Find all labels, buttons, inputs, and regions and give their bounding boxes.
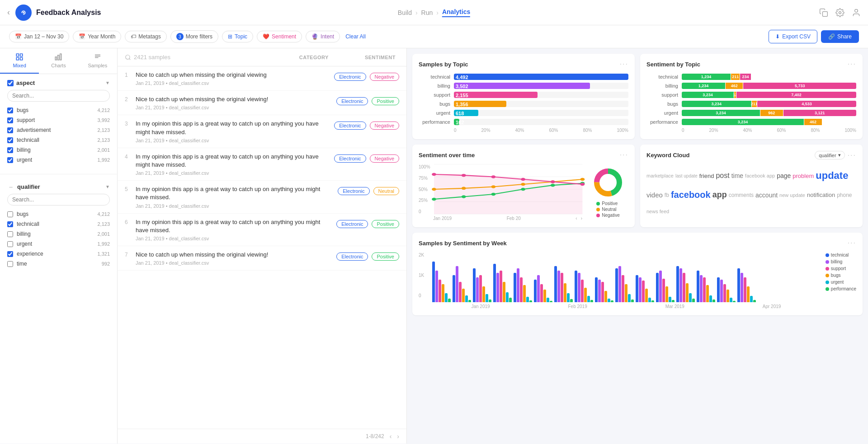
urgent-qualifier-check[interactable] (7, 241, 13, 247)
kw-facebook-app[interactable]: facebook app (745, 173, 775, 178)
kw-facebook[interactable]: facebook (671, 190, 711, 200)
billing-aspect-check[interactable] (7, 147, 13, 153)
settings-icon[interactable] (835, 8, 844, 17)
copy-icon[interactable] (819, 8, 828, 17)
date-range-filter[interactable]: 📅 Jan 12 – Nov 30 (9, 31, 69, 42)
technicall-qualifier-check[interactable] (7, 221, 13, 227)
table-row[interactable]: 6 In my opinion this app is a great way … (118, 214, 406, 246)
aspect-section: aspect ▼ bugs 4,212 support 3,992 advert… (0, 74, 117, 170)
sample-number: 2 (125, 95, 132, 103)
sample-badges: Electronic Neutral (338, 185, 399, 195)
svg-point-22 (550, 184, 555, 187)
tab-charts[interactable]: Charts (39, 48, 78, 74)
kw-account[interactable]: account (755, 192, 778, 199)
sentiment-by-topic-more[interactable]: ··· (848, 60, 856, 68)
kw-friend[interactable]: friend (699, 173, 714, 179)
week-bar-group (432, 262, 451, 302)
table-row[interactable]: 7 Nice to catch up when missing the orig… (118, 246, 406, 271)
metatags-filter[interactable]: 🏷 Metatags (125, 31, 166, 42)
week-bar (631, 299, 634, 302)
table-row[interactable]: 1 Nice to catch up when missing the orig… (118, 66, 406, 91)
week-bar (747, 286, 750, 302)
table-row[interactable]: 2 Nice to catch up when missing the orig… (118, 91, 406, 115)
urgent-aspect-check[interactable] (7, 157, 13, 163)
bugs-qualifier-check[interactable] (7, 211, 13, 217)
qualifier-chevron[interactable]: ▼ (105, 184, 110, 189)
table-row[interactable]: 3 In my opinion this app is a great way … (118, 115, 406, 148)
sentiment-filter[interactable]: ❤️ Sentiment (257, 31, 302, 42)
qualifier-collapse[interactable]: – (7, 183, 14, 190)
svg-point-39 (601, 175, 615, 190)
tag-icon: 🏷 (131, 33, 136, 40)
svg-point-34 (550, 180, 555, 183)
svg-point-18 (432, 198, 436, 201)
kw-news-feed[interactable]: news feed (646, 209, 669, 214)
next-chart[interactable]: › (581, 216, 582, 221)
clear-all-button[interactable]: Clear All (345, 33, 366, 40)
bugs-aspect-check[interactable] (7, 107, 13, 113)
aspect-search[interactable] (7, 90, 110, 102)
week-bar-group (575, 271, 593, 302)
prev-page-button[interactable]: ‹ (390, 433, 392, 440)
samples-by-sentiment-week-more[interactable]: ··· (848, 239, 856, 247)
week-bar (622, 275, 624, 302)
week-bar-group (595, 277, 613, 302)
topic-bar-wrap: 618 (454, 110, 628, 116)
more-filters[interactable]: 3 More filters (170, 30, 218, 43)
kw-notification[interactable]: notification (807, 192, 835, 198)
tab-mixed[interactable]: Mixed (0, 48, 39, 74)
kw-phone[interactable]: phone (837, 192, 852, 198)
kw-new-update[interactable]: new update (779, 192, 805, 198)
kw-app[interactable]: app (712, 190, 727, 200)
kw-update[interactable]: update (816, 170, 848, 182)
advertisement-aspect-check[interactable] (7, 127, 13, 133)
category-badge: Electronic (336, 252, 368, 261)
prev-chart[interactable]: ‹ (576, 216, 577, 221)
sample-content: In my opinion this app is a great way to… (136, 218, 333, 241)
table-row[interactable]: 4 In my opinion this app is a great way … (118, 148, 406, 181)
aspect-chevron[interactable]: ▼ (105, 80, 110, 85)
next-page-button[interactable]: › (397, 433, 399, 440)
year-month-filter[interactable]: 📅 Year Month (73, 31, 121, 42)
sentiment-over-time-more[interactable]: ··· (620, 151, 628, 159)
week-bar (575, 271, 577, 302)
kw-fb[interactable]: fb (665, 192, 669, 198)
breadcrumb-build[interactable]: Build (398, 9, 412, 16)
kw-post[interactable]: post (716, 172, 729, 180)
aspect-checkbox[interactable] (7, 80, 14, 86)
export-csv-button[interactable]: ⬇ Export CSV (769, 30, 817, 43)
kw-page[interactable]: page (777, 172, 791, 179)
qualifier-search[interactable] (7, 194, 110, 206)
topic-bar-value: 618 (454, 111, 466, 116)
week-bar (703, 277, 706, 302)
technicall-aspect-check[interactable] (7, 137, 13, 143)
breadcrumb-analytics[interactable]: Analytics (442, 8, 470, 17)
billing-qualifier-check[interactable] (7, 231, 13, 237)
kw-marketplace[interactable]: marketplace (646, 173, 674, 178)
svg-point-20 (491, 193, 495, 196)
kw-time[interactable]: time (731, 172, 743, 179)
support-aspect-check[interactable] (7, 117, 13, 123)
time-qualifier-check[interactable] (7, 261, 13, 267)
breadcrumb-run[interactable]: Run (421, 9, 433, 16)
samples-by-topic-more[interactable]: ··· (620, 60, 628, 68)
share-button[interactable]: 🔗 Share (821, 30, 859, 43)
kw-video[interactable]: video (646, 191, 663, 199)
sentiment-badge: Neutral (373, 187, 399, 195)
kw-problem[interactable]: problem (793, 173, 814, 179)
sentiment-bar-wrap: 1,2344625,733 (682, 83, 856, 89)
keyword-cloud-more[interactable]: ··· (848, 151, 856, 159)
week-bar (482, 286, 485, 302)
sample-content: Nice to catch up when missing the origin… (136, 95, 333, 110)
back-button[interactable]: ‹ (7, 8, 10, 17)
tab-samples[interactable]: Samples (78, 48, 117, 74)
kw-last-update[interactable]: last update (675, 173, 698, 178)
table-row[interactable]: 5 In my opinion this app is a great way … (118, 181, 406, 213)
qualifier-title: qualifier (17, 183, 103, 190)
experience-qualifier-check[interactable] (7, 251, 13, 257)
topic-filter[interactable]: ⊞ Topic (222, 31, 253, 42)
intent-filter[interactable]: 🔮 Intent (306, 31, 340, 42)
qualifier-dropdown[interactable]: qualifier ▾ (815, 151, 845, 159)
user-icon[interactable] (852, 8, 861, 17)
kw-comments[interactable]: comments (729, 192, 754, 198)
